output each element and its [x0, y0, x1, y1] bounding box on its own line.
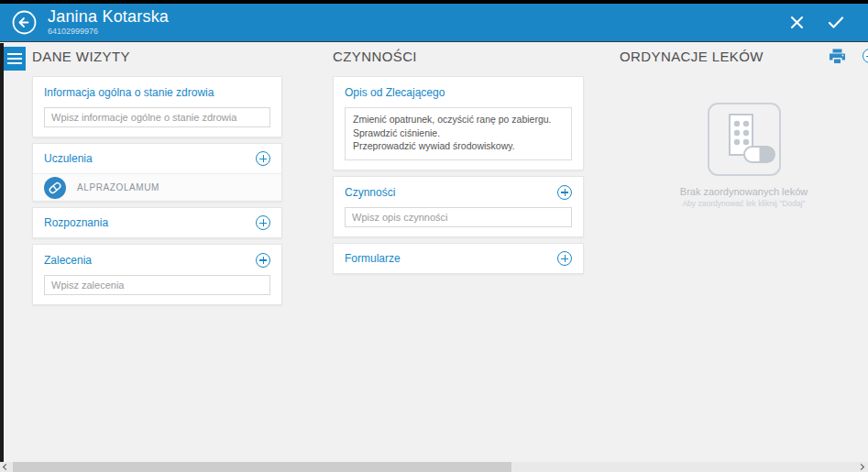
- add-formularz-icon[interactable]: [557, 251, 572, 266]
- informacja-label: Informacja ogólna o stanie zdrowia: [44, 86, 214, 99]
- scroll-left-icon[interactable]: [3, 464, 9, 470]
- section-title-dane-wizyty: DANE WIZYTY: [32, 49, 130, 64]
- opis-textarea[interactable]: Zmienić opatrunek, oczyścić ranę po zabi…: [345, 107, 572, 160]
- opis-line: Przeprowadzić wywiad środowiskowy.: [353, 139, 564, 153]
- card-uczulenia: Uczulenia ALPRAZOLAMUM: [32, 143, 282, 202]
- capsule-icon: [44, 177, 66, 199]
- patient-header: Janina Kotarska 64102999976: [48, 8, 169, 37]
- patient-id: 64102999976: [48, 27, 169, 37]
- section-czynnosci: CZYNNOŚCI Opis od Zlecającego Zmienić op…: [333, 46, 584, 280]
- horizontal-scrollbar[interactable]: [0, 462, 868, 472]
- section-title-czynnosci: CZYNNOŚCI: [333, 49, 417, 64]
- add-rozpoznanie-icon[interactable]: [256, 215, 270, 230]
- allergy-list-item[interactable]: ALPRAZOLAMUM: [33, 173, 281, 201]
- card-czynnosci: Czynności: [333, 176, 584, 237]
- informacja-input[interactable]: [44, 107, 270, 127]
- section-dane-wizyty: DANE WIZYTY Informacja ogólna o stanie z…: [32, 46, 282, 311]
- add-uczulenie-icon[interactable]: [256, 151, 270, 166]
- opis-line: Sprawdzić ciśnienie.: [353, 126, 564, 140]
- scroll-right-icon[interactable]: [858, 464, 864, 470]
- confirm-icon[interactable]: [828, 16, 844, 29]
- section-ordynacje-lekow: ORDYNACJE LEKÓW Brak zaordynowan: [620, 46, 868, 208]
- czynnosci-label: Czynności: [345, 186, 395, 199]
- section-title-ordynacje: ORDYNACJE LEKÓW: [620, 49, 764, 64]
- app-header: Janina Kotarska 64102999976: [0, 4, 868, 42]
- add-czynnosc-icon[interactable]: [557, 185, 572, 200]
- czynnosci-input[interactable]: [345, 207, 572, 227]
- blister-capsule-icon: [706, 101, 783, 181]
- zalecenia-label: Zalecenia: [44, 254, 92, 267]
- opis-label: Opis od Zlecającego: [345, 86, 445, 99]
- menu-icon[interactable]: [4, 47, 26, 71]
- uczulenia-label: Uczulenia: [44, 152, 93, 165]
- add-lek-icon[interactable]: [863, 49, 868, 63]
- zalecenia-input[interactable]: [44, 275, 270, 295]
- card-formularze: Formularze: [333, 243, 584, 274]
- rozpoznania-label: Rozpoznania: [44, 216, 108, 229]
- card-zalecenia: Zalecenia: [32, 244, 282, 305]
- card-opis-zlecajacego: Opis od Zlecającego Zmienić opatrunek, o…: [333, 76, 584, 170]
- formularze-label: Formularze: [345, 252, 401, 265]
- empty-meds-state: Brak zaordynowanych leków Aby zaordynowa…: [620, 101, 868, 208]
- card-informacja-ogolna: Informacja ogólna o stanie zdrowia: [32, 76, 282, 137]
- add-zalecenie-icon[interactable]: [256, 253, 270, 268]
- print-icon[interactable]: [829, 49, 846, 64]
- patient-name: Janina Kotarska: [48, 8, 169, 27]
- scrollbar-thumb[interactable]: [13, 462, 511, 472]
- empty-meds-hint: Aby zaordynować lek kliknij "Dodaj": [620, 199, 868, 208]
- opis-line: Zmienić opatrunek, oczyścić ranę po zabi…: [353, 113, 564, 126]
- window-left-edge: [0, 43, 4, 462]
- allergy-name: ALPRAZOLAMUM: [77, 182, 159, 192]
- close-icon[interactable]: [790, 16, 804, 29]
- back-icon[interactable]: [12, 10, 37, 35]
- empty-meds-title: Brak zaordynowanych leków: [620, 186, 868, 197]
- card-rozpoznania: Rozpoznania: [32, 207, 282, 238]
